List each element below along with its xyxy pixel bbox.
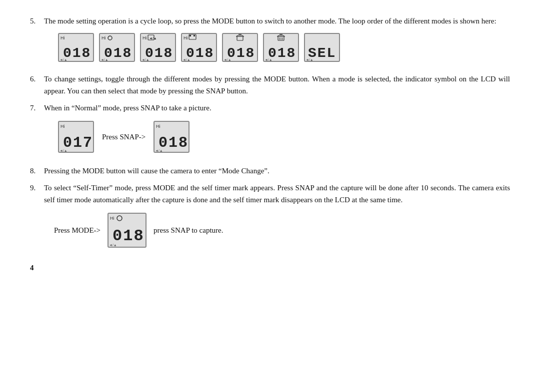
lcd-mode-1: Hi 018 ◄/▲ <box>58 33 94 62</box>
lcd-mode-2: Hi 018 ◄/▲ <box>99 33 135 62</box>
item-9-text: To select “Self-Timer” mode, press MODE … <box>44 184 510 204</box>
list-number-9: 9. <box>30 182 44 194</box>
item-5-text: The mode setting operation is a cycle lo… <box>44 17 496 25</box>
svg-text:◄/▲: ◄/▲ <box>60 149 68 152</box>
lcd-mode-7: SEL ◄/▲ <box>304 33 340 62</box>
svg-rect-18 <box>190 35 191 36</box>
mode-label: Press MODE-> <box>54 224 100 236</box>
svg-text:018: 018 <box>112 227 144 245</box>
press-mode-row: Press MODE-> Hi 018 ◄/▲ press SNAP to ca… <box>54 213 510 248</box>
lcd-mode-5: 018 ◄/▲ <box>222 33 258 62</box>
mode-display-row: Hi 018 ◄/▲ Hi 018 ◄/▲ Hi <box>58 33 510 62</box>
svg-text:018: 018 <box>158 134 188 151</box>
capture-label: press SNAP to capture. <box>154 224 223 236</box>
item-6-text: To change settings, toggle through the d… <box>44 75 510 95</box>
svg-text:◄/▲: ◄/▲ <box>149 36 157 40</box>
svg-text:◄/▲: ◄/▲ <box>60 58 68 61</box>
lcd-mode-3: Hi ◄/▲ 018 ◄/▲ <box>140 33 176 62</box>
svg-text:◄/▲: ◄/▲ <box>306 58 314 61</box>
list-number-6: 6. <box>30 73 44 85</box>
list-number-8: 8. <box>30 165 44 177</box>
item-7-text: When in “Normal” mode, press SNAP to tak… <box>44 104 212 112</box>
svg-text:Hi: Hi <box>102 35 106 40</box>
item-8-text: Pressing the MODE button will cause the … <box>44 167 270 175</box>
svg-text:◄/▲: ◄/▲ <box>182 58 190 61</box>
svg-text:Hi: Hi <box>184 35 188 40</box>
svg-text:◄/▲: ◄/▲ <box>109 243 117 247</box>
svg-text:017: 017 <box>63 134 93 151</box>
list-number-5: 5. <box>30 15 44 27</box>
snap-label: Press SNAP-> <box>102 131 146 143</box>
list-number-7: 7. <box>30 102 44 114</box>
lcd-mode-6: 018 ◄/▲ <box>263 33 299 62</box>
lcd-mode-4: Hi 018 ◄/▲ <box>181 33 217 62</box>
lcd-snap-after: Hi 018 ◄/▲ <box>154 121 190 153</box>
lcd-self-timer: Hi 018 ◄/▲ <box>108 213 146 248</box>
page-number: 4 <box>30 264 510 272</box>
snap-display-row: Hi 017 ◄/▲ Press SNAP-> Hi 018 ◄/▲ <box>58 121 510 153</box>
svg-text:◄/▲: ◄/▲ <box>142 58 150 61</box>
svg-text:◄/▲: ◄/▲ <box>264 58 272 61</box>
svg-text:Hi: Hi <box>60 35 65 40</box>
svg-text:Hi: Hi <box>142 35 147 40</box>
svg-text:Hi: Hi <box>60 124 65 129</box>
svg-text:◄/▲: ◄/▲ <box>100 58 108 61</box>
svg-text:◄/▲: ◄/▲ <box>155 149 163 152</box>
lcd-snap-before: Hi 017 ◄/▲ <box>58 121 94 153</box>
svg-text:Hi: Hi <box>110 216 114 221</box>
svg-text:Hi: Hi <box>156 124 160 129</box>
svg-rect-19 <box>194 35 195 36</box>
svg-text:◄/▲: ◄/▲ <box>224 58 232 61</box>
